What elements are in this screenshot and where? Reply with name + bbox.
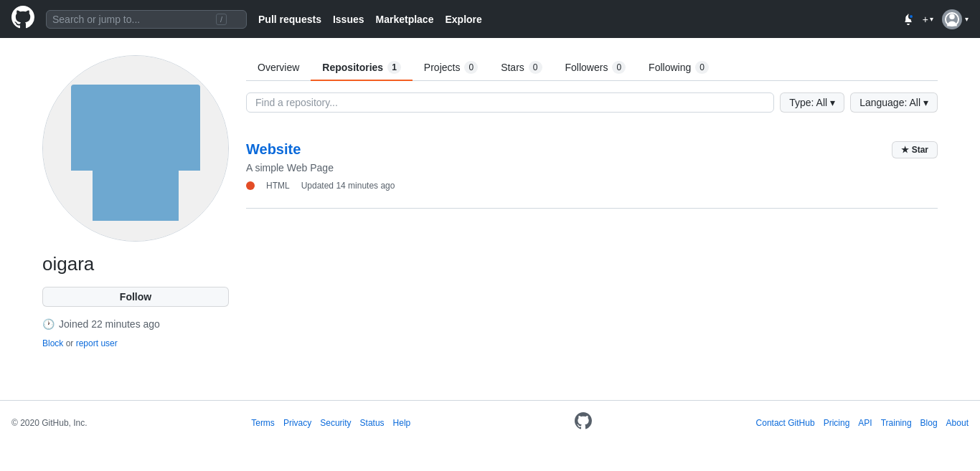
footer-privacy[interactable]: Privacy — [283, 418, 311, 428]
footer-terms[interactable]: Terms — [251, 418, 275, 428]
tab-following-label: Following — [649, 62, 691, 73]
tab-overview[interactable]: Overview — [246, 55, 311, 81]
type-label: Type: All — [789, 97, 827, 108]
navbar-links: Pull requests Issues Marketplace Explore — [258, 14, 891, 25]
footer-about[interactable]: About — [946, 418, 969, 428]
type-chevron-icon: ▾ — [830, 97, 835, 108]
language-color-dot — [246, 181, 255, 190]
notifications-button[interactable] — [903, 14, 914, 25]
nav-marketplace[interactable]: Marketplace — [376, 14, 434, 25]
footer-github-logo — [575, 412, 592, 433]
navbar: / Pull requests Issues Marketplace Explo… — [0, 0, 980, 38]
repo-name-link[interactable]: Website — [246, 141, 395, 158]
block-link[interactable]: Block — [42, 338, 63, 348]
plus-icon: + — [923, 14, 928, 25]
language-filter-button[interactable]: Language: All ▾ — [850, 92, 938, 113]
language-chevron-icon: ▾ — [923, 97, 928, 108]
nav-issues[interactable]: Issues — [333, 14, 364, 25]
new-dropdown-button[interactable]: + ▾ — [923, 14, 933, 25]
avatar — [942, 9, 962, 29]
footer-copyright: © 2020 GitHub, Inc. — [11, 418, 88, 428]
repo-meta: HTML Updated 14 minutes ago — [246, 181, 395, 191]
tab-projects-count: 0 — [464, 61, 478, 74]
star-label: Star — [912, 145, 928, 155]
nav-pull-requests[interactable]: Pull requests — [258, 14, 321, 25]
username: oigara — [42, 253, 229, 275]
star-icon: ★ — [901, 145, 909, 155]
sidebar: oigara Follow 🕐 Joined 22 minutes ago Bl… — [42, 55, 229, 348]
tab-repositories[interactable]: Repositories 1 — [311, 55, 413, 81]
profile-avatar — [42, 55, 229, 242]
footer-security[interactable]: Security — [320, 418, 351, 428]
footer-contact[interactable]: Contact GitHub — [756, 418, 815, 428]
profile-tabs: Overview Repositories 1 Projects 0 Stars… — [246, 55, 938, 81]
repo-filters: Type: All ▾ Language: All ▾ — [246, 92, 938, 113]
footer-help[interactable]: Help — [393, 418, 411, 428]
footer-api[interactable]: API — [858, 418, 872, 428]
avatar-top-block — [71, 85, 200, 171]
tab-stars[interactable]: Stars 0 — [489, 55, 553, 81]
tab-stars-label: Stars — [501, 62, 524, 73]
repo-updated: Updated 14 minutes ago — [301, 181, 395, 191]
nav-explore[interactable]: Explore — [445, 14, 481, 25]
joined-text: Joined 22 minutes ago — [59, 318, 160, 330]
navbar-right: + ▾ ▾ — [903, 9, 969, 29]
tab-stars-count: 0 — [529, 61, 542, 74]
github-logo[interactable] — [11, 6, 34, 33]
footer-pricing[interactable]: Pricing — [824, 418, 850, 428]
chevron-down-icon: ▾ — [930, 15, 933, 23]
search-input[interactable] — [52, 14, 210, 25]
or-separator: or — [66, 338, 76, 348]
block-report-section: Block or report user — [42, 338, 229, 348]
slash-key: / — [216, 14, 227, 25]
tab-followers-count: 0 — [612, 61, 626, 74]
main-container: oigara Follow 🕐 Joined 22 minutes ago Bl… — [31, 38, 949, 366]
report-link[interactable]: report user — [76, 338, 118, 348]
repo-description: A simple Web Page — [246, 162, 395, 173]
footer-status[interactable]: Status — [360, 418, 385, 428]
avatar-bottom-block — [93, 171, 179, 221]
repo-language: HTML — [266, 181, 290, 191]
clock-icon: 🕐 — [42, 318, 55, 330]
tab-followers-label: Followers — [565, 62, 608, 73]
tab-following-count: 0 — [695, 61, 709, 74]
repo-list: Website A simple Web Page HTML Updated 1… — [246, 124, 938, 209]
tab-overview-label: Overview — [258, 62, 299, 73]
footer-blog[interactable]: Blog — [920, 418, 938, 428]
notification-dot — [908, 14, 914, 19]
user-menu-button[interactable]: ▾ — [942, 9, 969, 29]
tab-repositories-count: 1 — [387, 61, 401, 74]
default-avatar-shape — [64, 77, 207, 221]
repo-search-input[interactable] — [246, 92, 774, 113]
footer: © 2020 GitHub, Inc. Terms Privacy Securi… — [0, 400, 980, 444]
user-chevron-icon: ▾ — [965, 15, 969, 23]
tab-projects-label: Projects — [424, 62, 461, 73]
footer-training[interactable]: Training — [881, 418, 912, 428]
star-button[interactable]: ★ Star — [892, 141, 938, 158]
tab-followers[interactable]: Followers 0 — [554, 55, 638, 81]
joined-info: 🕐 Joined 22 minutes ago — [42, 318, 229, 330]
tab-repositories-label: Repositories — [322, 62, 383, 73]
tab-projects[interactable]: Projects 0 — [413, 55, 489, 81]
tab-following[interactable]: Following 0 — [637, 55, 720, 81]
search-box[interactable]: / — [46, 10, 247, 29]
content-area: Overview Repositories 1 Projects 0 Stars… — [246, 55, 938, 348]
type-filter-button[interactable]: Type: All ▾ — [780, 92, 844, 113]
repo-info: Website A simple Web Page HTML Updated 1… — [246, 141, 395, 191]
follow-button[interactable]: Follow — [42, 287, 229, 307]
table-row: Website A simple Web Page HTML Updated 1… — [246, 124, 938, 209]
language-label: Language: All — [859, 97, 920, 108]
